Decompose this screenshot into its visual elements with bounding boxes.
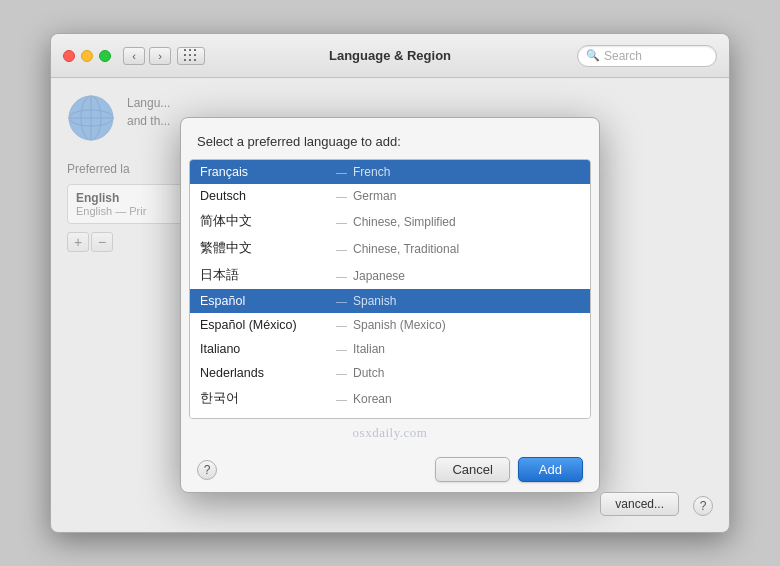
forward-button[interactable]: › [149, 47, 171, 65]
lang-native: Deutsch [200, 189, 330, 203]
lang-english: Spanish (Mexico) [353, 318, 446, 332]
separator: — [336, 367, 347, 379]
separator: — [336, 190, 347, 202]
search-icon: 🔍 [586, 49, 600, 62]
lang-english: Chinese, Simplified [353, 215, 456, 229]
lang-native: Français [200, 165, 330, 179]
lang-native: Nederlands [200, 366, 330, 380]
lang-native: 한국어 [200, 390, 330, 407]
lang-english: Japanese [353, 269, 405, 283]
lang-native: 简体中文 [200, 213, 330, 230]
lang-english: German [353, 189, 396, 203]
back-button[interactable]: ‹ [123, 47, 145, 65]
separator: — [336, 319, 347, 331]
list-item[interactable]: 简体中文 — Chinese, Simplified [190, 208, 590, 235]
advanced-button[interactable]: vanced... [600, 492, 679, 516]
modal-header: Select a preferred language to add: [181, 118, 599, 159]
title-bar: ‹ › Language & Region 🔍 Search [51, 34, 729, 78]
separator: — [336, 216, 347, 228]
separator: — [336, 295, 347, 307]
list-item[interactable]: Deutsch — German [190, 184, 590, 208]
lang-native: Português (Brasil) [200, 417, 330, 419]
add-button[interactable]: Add [518, 457, 583, 482]
list-item[interactable]: Español (México) — Spanish (Mexico) [190, 313, 590, 337]
separator: — [336, 393, 347, 405]
separator: — [336, 343, 347, 355]
separator: — [336, 243, 347, 255]
window-title: Language & Region [329, 48, 451, 63]
main-window: ‹ › Language & Region 🔍 Search [50, 33, 730, 533]
modal-footer: ? Cancel Add [181, 447, 599, 492]
lang-english: Italian [353, 342, 385, 356]
list-item[interactable]: 한국어 — Korean [190, 385, 590, 412]
help-button[interactable]: ? [197, 460, 217, 480]
maximize-button[interactable] [99, 50, 111, 62]
lang-native: Italiano [200, 342, 330, 356]
list-item[interactable]: Português (Brasil) — Portuguese (Brazil) [190, 412, 590, 419]
lang-english: Korean [353, 392, 392, 406]
lang-native: 繁體中文 [200, 240, 330, 257]
grid-view-button[interactable] [177, 47, 205, 65]
nav-buttons: ‹ › [123, 47, 171, 65]
minimize-button[interactable] [81, 50, 93, 62]
grid-icon [184, 49, 198, 63]
language-picker-modal: Select a preferred language to add: Fran… [180, 117, 600, 493]
lang-english: Spanish [353, 294, 396, 308]
list-item[interactable]: 繁體中文 — Chinese, Traditional [190, 235, 590, 262]
lang-english: Portuguese (Brazil) [353, 417, 456, 419]
list-item[interactable]: Italiano — Italian [190, 337, 590, 361]
lang-native: 日本語 [200, 267, 330, 284]
search-placeholder: Search [604, 49, 642, 63]
window-body: Langu...and th... Preferred la English E… [51, 78, 729, 532]
close-button[interactable] [63, 50, 75, 62]
main-help-button[interactable]: ? [693, 496, 713, 516]
list-item[interactable]: Español — Spanish [190, 289, 590, 313]
separator: — [336, 418, 347, 419]
lang-english: Dutch [353, 366, 384, 380]
lang-native: Español (México) [200, 318, 330, 332]
lang-english: Chinese, Traditional [353, 242, 459, 256]
language-select-list[interactable]: Français — French Deutsch — German 简体中文 … [189, 159, 591, 419]
list-item[interactable]: 日本語 — Japanese [190, 262, 590, 289]
list-item[interactable]: Nederlands — Dutch [190, 361, 590, 385]
lang-english: French [353, 165, 390, 179]
separator: — [336, 270, 347, 282]
traffic-lights [63, 50, 111, 62]
modal-overlay: Select a preferred language to add: Fran… [51, 78, 729, 532]
watermark: osxdaily.com [181, 419, 599, 447]
footer-buttons: Cancel Add [435, 457, 583, 482]
search-box[interactable]: 🔍 Search [577, 45, 717, 67]
cancel-button[interactable]: Cancel [435, 457, 509, 482]
lang-native: Español [200, 294, 330, 308]
list-item[interactable]: Français — French [190, 160, 590, 184]
separator: — [336, 166, 347, 178]
